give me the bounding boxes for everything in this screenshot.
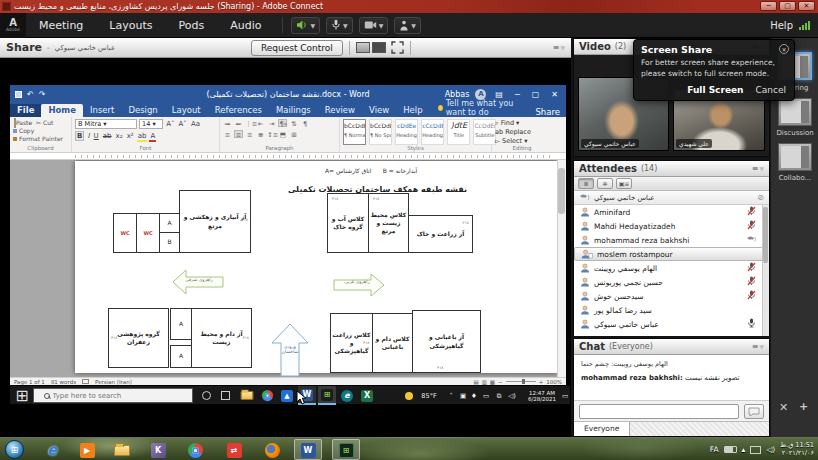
style-title[interactable]: )dtETitle: [447, 119, 470, 145]
taskbar-adobe-connect[interactable]: ⊞: [318, 386, 336, 405]
fullscreen-icon[interactable]: [391, 41, 404, 54]
chevron-down-icon[interactable]: ▼: [343, 22, 348, 29]
attendee-row-selected[interactable]: moslem rostampour: [574, 247, 769, 261]
volume-icon[interactable]: ◁): [766, 445, 775, 454]
zoom-in-icon[interactable]: +: [539, 379, 544, 385]
menu-pods[interactable]: Pods: [165, 13, 217, 38]
taskbar-internet-explorer[interactable]: e: [42, 440, 62, 460]
minimize-icon[interactable]: ─: [760, 1, 777, 11]
close-icon[interactable]: ✕: [798, 1, 815, 11]
menu-audio[interactable]: Audio: [217, 13, 274, 38]
font-size-select[interactable]: 14 ▾: [139, 119, 163, 129]
taskbar-excel[interactable]: X: [358, 386, 376, 405]
grow-font-icon[interactable]: A˄: [165, 120, 175, 128]
redo-icon[interactable]: ↷: [39, 90, 46, 99]
breakout-view-button[interactable]: ✲: [597, 178, 613, 189]
rtl-direction-icon[interactable]: ¶«: [278, 119, 287, 127]
start-button[interactable]: ⊞: [14, 386, 30, 405]
attendee-row[interactable]: الهام يوسفي رويينت: [574, 261, 769, 275]
end-voice-icon[interactable]: ⊘: [757, 193, 764, 202]
align-left-icon[interactable]: ≡: [245, 131, 254, 139]
menu-meeting[interactable]: Meeting: [26, 13, 96, 38]
zoom-out-icon[interactable]: −: [498, 379, 503, 385]
style-no-spacing[interactable]: bCcDdEe¶ No Spac...: [369, 119, 392, 145]
tab-mailings[interactable]: Mailings: [269, 104, 318, 117]
network-icon[interactable]: [750, 446, 761, 454]
chat-input[interactable]: [579, 404, 739, 419]
chevron-down-icon[interactable]: ▼: [379, 22, 384, 29]
connection-signal-icon[interactable]: [799, 20, 810, 30]
paste-button[interactable]: Paste: [13, 119, 33, 127]
undo-icon[interactable]: ↶: [27, 90, 34, 99]
chevron-down-icon[interactable]: ▼: [411, 22, 416, 29]
clock[interactable]: 12:47 AM 6/28/2021: [522, 386, 562, 405]
sort-icon[interactable]: ⇅: [289, 120, 298, 128]
tab-home[interactable]: Home: [41, 104, 83, 117]
print-layout-icon[interactable]: ▥: [482, 379, 487, 385]
tab-review[interactable]: Review: [318, 104, 362, 117]
tray-mic-icon[interactable]: ♦: [469, 386, 479, 405]
style-normal[interactable]: bCcDdEe¶ Normal: [343, 119, 366, 145]
format-painter-button[interactable]: Format Painter: [13, 135, 68, 143]
shading-icon[interactable]: ⬒: [278, 131, 287, 139]
scrollbar-thumb[interactable]: [763, 207, 768, 263]
replace-button[interactable]: ab Replace: [495, 128, 549, 137]
word-account-name[interactable]: Abbas: [445, 90, 470, 99]
taskbar-firefox[interactable]: [262, 440, 282, 460]
menu-layouts[interactable]: Layouts: [96, 13, 165, 38]
chat-tab-everyone[interactable]: Everyone: [574, 422, 630, 436]
find-button[interactable]: ⌕ Find ▾: [495, 119, 549, 128]
vertical-scrollbar[interactable]: [557, 160, 566, 377]
add-layout-icon[interactable]: +: [799, 400, 808, 413]
subscript-button[interactable]: x₂: [115, 132, 124, 140]
word-count[interactable]: 81 words: [51, 379, 76, 385]
italic-button[interactable]: I: [86, 132, 90, 140]
layout-discussion-thumbnail[interactable]: [778, 98, 812, 126]
bullets-icon[interactable]: ≔: [223, 120, 232, 128]
fit-screen-icon[interactable]: [372, 42, 386, 53]
shrink-font-icon[interactable]: A˅: [178, 120, 188, 128]
style-heading2[interactable]: cCcDdEeHeading 2: [421, 119, 444, 145]
taskbar-media-player[interactable]: ▶: [77, 440, 97, 460]
taskbar-file-explorer[interactable]: [112, 440, 132, 460]
tray-expand-icon[interactable]: ˄: [446, 386, 456, 405]
maximize-icon[interactable]: ▢: [779, 1, 796, 11]
scrollbar-thumb[interactable]: [558, 168, 565, 214]
tab-layout[interactable]: Layout: [165, 104, 208, 117]
line-spacing-icon[interactable]: ↕≡: [267, 131, 276, 139]
set-status-button[interactable]: ▼: [394, 17, 421, 34]
zoom-level[interactable]: 100%: [546, 379, 562, 385]
copy-button[interactable]: Copy: [13, 127, 68, 135]
attendee-row[interactable]: mohammad reza bakhshi: [574, 233, 769, 247]
attendees-scrollbar[interactable]: [762, 205, 769, 336]
cut-button[interactable]: ✂Cut: [36, 119, 68, 127]
outdent-icon[interactable]: ⇤: [256, 120, 265, 128]
word-restore-icon[interactable]: ▢: [529, 90, 543, 99]
align-right-icon[interactable]: ≡: [223, 131, 232, 139]
speaker-button[interactable]: ▼: [291, 17, 320, 34]
attendee-list-view-button[interactable]: ≣: [578, 178, 594, 189]
save-icon[interactable]: [15, 91, 22, 98]
font-color-button[interactable]: A: [149, 132, 156, 142]
tray-app-icon[interactable]: ▣: [458, 386, 468, 405]
task-view-icon[interactable]: [217, 386, 233, 405]
chevron-down-icon[interactable]: ▼: [310, 22, 315, 29]
fit-width-icon[interactable]: [356, 42, 370, 53]
indent-icon[interactable]: ⇥: [267, 120, 276, 128]
attendee-row[interactable]: Mahdi Hedayatizadeh: [574, 219, 769, 233]
attendee-status-view-button[interactable]: ▣≡: [616, 178, 632, 189]
request-control-button[interactable]: Request Control: [251, 40, 343, 56]
language-indicator[interactable]: FA: [710, 445, 719, 454]
font-name-select[interactable]: B Mitra ▾: [75, 119, 137, 129]
layout-collaboration-thumbnail[interactable]: [778, 143, 812, 171]
battery-icon[interactable]: [724, 446, 737, 453]
change-case-icon[interactable]: Aa: [190, 120, 201, 128]
proofing-icon[interactable]: [82, 379, 89, 384]
tab-file[interactable]: File: [10, 104, 41, 117]
taskbar-edge[interactable]: e: [338, 386, 356, 405]
full-screen-button[interactable]: Full Screen: [687, 85, 743, 95]
avatar[interactable]: A: [475, 89, 486, 100]
cortana-icon[interactable]: [198, 386, 214, 405]
language-indicator[interactable]: Persian (Iran): [95, 379, 132, 385]
tell-me-box[interactable]: Tell me what you want to do: [438, 99, 536, 117]
